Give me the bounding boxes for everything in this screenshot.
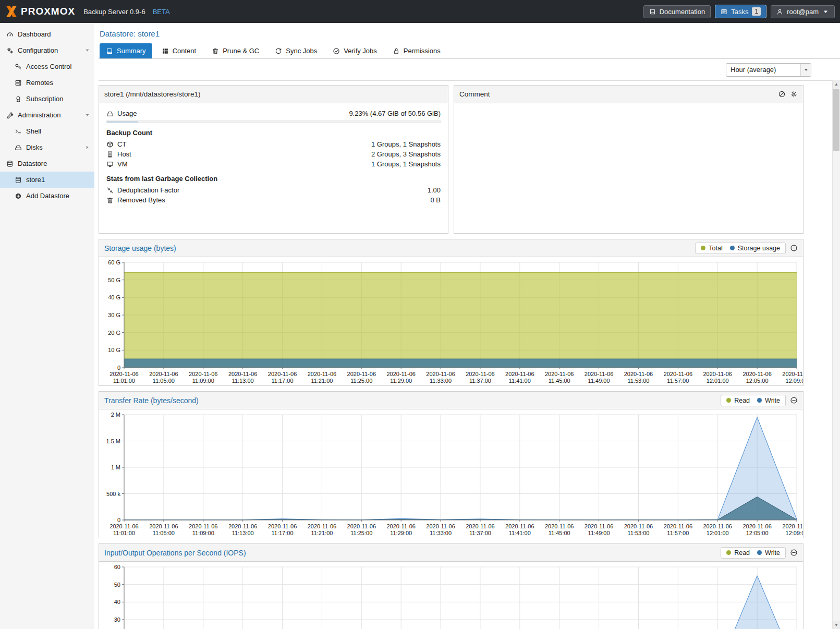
svg-text:11:13:00: 11:13:00 bbox=[232, 530, 254, 536]
svg-text:2020-11-06: 2020-11-06 bbox=[664, 371, 692, 377]
chart-legend: Total Storage usage bbox=[695, 243, 786, 254]
svg-text:11:41:00: 11:41:00 bbox=[509, 530, 531, 536]
user-label: root@pam bbox=[787, 8, 819, 16]
svg-text:12:05:00: 12:05:00 bbox=[746, 530, 769, 536]
comment-panel: Comment bbox=[454, 85, 804, 234]
tab-content[interactable]: Content bbox=[155, 43, 203, 58]
unlock-icon bbox=[393, 47, 400, 55]
main-area: Datastore: store1 Summary Content Prune … bbox=[94, 23, 840, 629]
table-row: Removed Bytes 0 B bbox=[106, 195, 441, 205]
sidebar-item-subscription[interactable]: Subscription bbox=[0, 91, 94, 107]
collapse-icon[interactable] bbox=[790, 549, 798, 557]
vertical-scrollbar[interactable]: ▲ ▼ bbox=[832, 80, 840, 629]
documentation-button[interactable]: Documentation bbox=[643, 5, 711, 18]
sidebar-item-label: Configuration bbox=[18, 46, 58, 54]
scroll-down-button[interactable]: ▼ bbox=[833, 621, 840, 629]
removed-bytes-value: 0 B bbox=[430, 196, 441, 204]
svg-text:2020-11-06: 2020-11-06 bbox=[308, 523, 336, 529]
tasks-button[interactable]: Tasks 1 bbox=[715, 5, 766, 18]
legend-item-read[interactable]: Read bbox=[726, 397, 750, 404]
slash-circle-icon[interactable] bbox=[778, 90, 786, 98]
svg-text:2020-11-06: 2020-11-06 bbox=[703, 523, 732, 529]
brand-name: PROXMOX bbox=[21, 6, 75, 17]
svg-text:50: 50 bbox=[114, 582, 120, 588]
gc-stats-heading: Stats from last Garbage Collection bbox=[106, 175, 441, 183]
legend-item-read[interactable]: Read bbox=[726, 549, 750, 557]
svg-text:11:37:00: 11:37:00 bbox=[469, 378, 491, 384]
proxmox-logo: PROXMOX bbox=[5, 5, 75, 18]
svg-text:11:13:00: 11:13:00 bbox=[232, 378, 254, 384]
sidebar-item-label: Dashboard bbox=[18, 30, 51, 38]
tab-label: Prune & GC bbox=[223, 47, 259, 55]
sidebar-item-store1[interactable]: store1 bbox=[0, 172, 94, 188]
svg-text:11:01:00: 11:01:00 bbox=[113, 378, 135, 384]
user-icon bbox=[776, 8, 783, 15]
svg-text:2020-11-06: 2020-11-06 bbox=[505, 523, 534, 529]
tab-permissions[interactable]: Permissions bbox=[386, 43, 447, 58]
sidebar-item-add-datastore[interactable]: Add Datastore bbox=[0, 188, 94, 204]
svg-text:12:01:00: 12:01:00 bbox=[707, 530, 729, 536]
sidebar-item-label: Add Datastore bbox=[26, 192, 69, 200]
svg-text:2020-11-06: 2020-11-06 bbox=[585, 523, 613, 529]
svg-text:2020-11-06: 2020-11-06 bbox=[426, 371, 455, 377]
ribbon-icon bbox=[15, 95, 22, 103]
scroll-up-button[interactable]: ▲ bbox=[833, 80, 840, 88]
svg-text:11:17:00: 11:17:00 bbox=[272, 378, 294, 384]
chevron-down-icon[interactable] bbox=[84, 112, 90, 118]
chevron-down-icon[interactable] bbox=[800, 64, 811, 76]
collapse-icon[interactable] bbox=[790, 396, 798, 404]
host-value: 2 Groups, 3 Snapshots bbox=[371, 150, 441, 158]
database-icon bbox=[15, 176, 22, 184]
sidebar-item-access-control[interactable]: Access Control bbox=[0, 58, 94, 75]
svg-text:11:37:00: 11:37:00 bbox=[469, 530, 491, 536]
comment-body[interactable] bbox=[454, 103, 803, 233]
svg-text:2020-11-06: 2020-11-06 bbox=[466, 371, 494, 377]
chart-legend: Read Write bbox=[721, 395, 786, 406]
gear-icon[interactable] bbox=[790, 90, 798, 98]
legend-label: Read bbox=[734, 549, 750, 557]
scrollbar-thumb[interactable] bbox=[833, 89, 839, 151]
terminal-icon bbox=[15, 128, 22, 135]
dedup-value: 1.00 bbox=[428, 186, 441, 194]
legend-dot bbox=[726, 550, 731, 555]
tab-label: Content bbox=[173, 47, 197, 55]
tab-verify-jobs[interactable]: Verify Jobs bbox=[326, 43, 383, 58]
legend-item-storage-usage[interactable]: Storage usage bbox=[730, 245, 780, 252]
user-menu-button[interactable]: root@pam bbox=[771, 5, 835, 18]
svg-text:2020-11-06: 2020-11-06 bbox=[109, 371, 138, 377]
usage-value: 9.23% (4.67 GiB of 50.56 GiB) bbox=[349, 110, 441, 117]
grid-icon bbox=[162, 47, 169, 55]
tab-sync-jobs[interactable]: Sync Jobs bbox=[269, 43, 323, 58]
sidebar-item-dashboard[interactable]: Dashboard bbox=[0, 26, 94, 42]
svg-text:11:49:00: 11:49:00 bbox=[588, 378, 610, 384]
desktop-icon bbox=[106, 161, 114, 168]
tab-bar: Summary Content Prune & GC Sync Jobs Ver… bbox=[99, 43, 840, 59]
sidebar-item-datastore[interactable]: Datastore bbox=[0, 155, 94, 172]
svg-text:12:09:00: 12:09:00 bbox=[786, 378, 803, 384]
sidebar-item-administration[interactable]: Administration bbox=[0, 107, 94, 123]
svg-text:2020-11-06: 2020-11-06 bbox=[782, 371, 803, 377]
chart-title: Transfer Rate (bytes/second) bbox=[104, 396, 199, 405]
sidebar-item-disks[interactable]: Disks bbox=[0, 139, 94, 155]
tab-prune-gc[interactable]: Prune & GC bbox=[205, 43, 265, 58]
sidebar-item-configuration[interactable]: Configuration bbox=[0, 42, 94, 58]
sidebar-item-remotes[interactable]: Remotes bbox=[0, 75, 94, 91]
collapse-icon[interactable] bbox=[790, 244, 798, 252]
legend-item-write[interactable]: Write bbox=[757, 397, 780, 404]
beta-link[interactable]: BETA bbox=[153, 8, 170, 16]
svg-text:500 k: 500 k bbox=[106, 491, 120, 497]
table-row: CT 1 Groups, 1 Snapshots bbox=[106, 139, 441, 149]
panel-title: Comment bbox=[459, 90, 490, 98]
legend-item-total[interactable]: Total bbox=[701, 245, 722, 252]
legend-label: Total bbox=[709, 245, 722, 252]
svg-text:2020-11-06: 2020-11-06 bbox=[545, 371, 574, 377]
chevron-down-icon[interactable] bbox=[84, 47, 90, 53]
tab-summary[interactable]: Summary bbox=[100, 43, 152, 58]
cube-icon bbox=[106, 141, 114, 148]
timeframe-select[interactable]: Hour (average) bbox=[726, 63, 811, 77]
chevron-right-icon[interactable] bbox=[84, 144, 90, 150]
svg-text:2020-11-06: 2020-11-06 bbox=[545, 523, 574, 529]
sidebar-item-shell[interactable]: Shell bbox=[0, 123, 94, 139]
svg-text:2020-11-06: 2020-11-06 bbox=[228, 523, 257, 529]
legend-item-write[interactable]: Write bbox=[757, 549, 780, 557]
